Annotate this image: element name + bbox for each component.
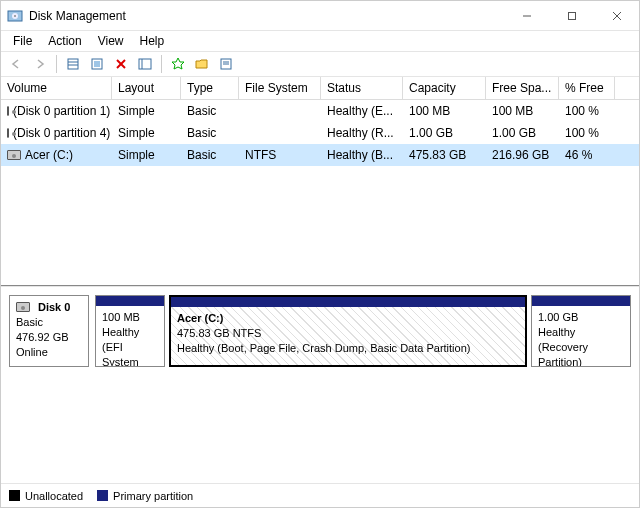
menubar: File Action View Help [1, 31, 639, 51]
titlebar: Disk Management [1, 1, 639, 31]
disk-state: Online [16, 345, 82, 360]
legend-primary: Primary partition [97, 490, 193, 502]
disk-type: Basic [16, 315, 82, 330]
grid-header: Volume Layout Type File System Status Ca… [1, 77, 639, 100]
cell [239, 124, 321, 142]
partition-body: 1.00 GBHealthy (Recovery Partition) [532, 306, 630, 367]
col-capacity[interactable]: Capacity [403, 77, 486, 99]
disk-icon [16, 302, 30, 312]
cell: (Disk 0 partition 1) [1, 102, 112, 120]
menu-view[interactable]: View [90, 32, 132, 50]
window-controls [504, 1, 639, 30]
cell: 46 % [559, 146, 615, 164]
svg-rect-7 [68, 59, 78, 69]
cell: 100 % [559, 124, 615, 142]
partition[interactable]: Acer (C:)475.83 GB NTFSHealthy (Boot, Pa… [169, 295, 527, 367]
table-row[interactable]: (Disk 0 partition 4)SimpleBasicHealthy (… [1, 122, 639, 144]
partition-body: 100 MBHealthy (EFI System [96, 306, 164, 367]
swatch-navy-icon [97, 490, 108, 501]
toolbar [1, 51, 639, 77]
partition-stripe [96, 296, 164, 306]
partition-map: 100 MBHealthy (EFI SystemAcer (C:)475.83… [95, 295, 631, 367]
cell: Simple [112, 146, 181, 164]
app-icon [7, 8, 23, 24]
separator [161, 55, 162, 73]
partition[interactable]: 1.00 GBHealthy (Recovery Partition) [531, 295, 631, 367]
menu-file[interactable]: File [5, 32, 40, 50]
minimize-button[interactable] [504, 1, 549, 30]
cell: Healthy (R... [321, 124, 403, 142]
menu-help[interactable]: Help [132, 32, 173, 50]
table-row[interactable]: Acer (C:)SimpleBasicNTFSHealthy (B...475… [1, 144, 639, 166]
cell: Simple [112, 124, 181, 142]
cell: 475.83 GB [403, 146, 486, 164]
back-button[interactable] [5, 53, 27, 75]
cell [239, 102, 321, 120]
graphical-view: Disk 0 Basic 476.92 GB Online 100 MBHeal… [1, 286, 639, 483]
window-title: Disk Management [29, 9, 504, 23]
col-status[interactable]: Status [321, 77, 403, 99]
format-button[interactable] [62, 53, 84, 75]
cell: Healthy (E... [321, 102, 403, 120]
partition-stripe [171, 297, 525, 307]
cell: NTFS [239, 146, 321, 164]
details-button[interactable] [134, 53, 156, 75]
col-free[interactable]: Free Spa... [486, 77, 559, 99]
legend-unallocated: Unallocated [9, 490, 83, 502]
action-button[interactable] [167, 53, 189, 75]
cell: Basic [181, 102, 239, 120]
cell: 100 MB [486, 102, 559, 120]
cell: 1.00 GB [403, 124, 486, 142]
svg-rect-11 [94, 61, 100, 67]
cell: Healthy (B... [321, 146, 403, 164]
col-filesystem[interactable]: File System [239, 77, 321, 99]
col-layout[interactable]: Layout [112, 77, 181, 99]
refresh-button[interactable] [86, 53, 108, 75]
forward-button[interactable] [29, 53, 51, 75]
svg-rect-4 [568, 12, 575, 19]
cell: 100 MB [403, 102, 486, 120]
table-row[interactable]: (Disk 0 partition 1)SimpleBasicHealthy (… [1, 100, 639, 122]
delete-button[interactable] [110, 53, 132, 75]
cell: Acer (C:) [1, 146, 112, 164]
partition[interactable]: 100 MBHealthy (EFI System [95, 295, 165, 367]
partition-body: Acer (C:)475.83 GB NTFSHealthy (Boot, Pa… [171, 307, 525, 365]
maximize-button[interactable] [549, 1, 594, 30]
col-pctfree[interactable]: % Free [559, 77, 615, 99]
svg-rect-14 [139, 59, 151, 69]
cell: Basic [181, 124, 239, 142]
cell: 100 % [559, 102, 615, 120]
cell: Simple [112, 102, 181, 120]
disk-name: Disk 0 [16, 300, 82, 315]
svg-point-2 [14, 15, 16, 17]
volume-list: Volume Layout Type File System Status Ca… [1, 77, 639, 286]
disk-size: 476.92 GB [16, 330, 82, 345]
col-type[interactable]: Type [181, 77, 239, 99]
cell: 1.00 GB [486, 124, 559, 142]
close-button[interactable] [594, 1, 639, 30]
disk-header[interactable]: Disk 0 Basic 476.92 GB Online [9, 295, 89, 367]
cell: (Disk 0 partition 4) [1, 124, 112, 142]
partition-stripe [532, 296, 630, 306]
properties-button[interactable] [215, 53, 237, 75]
col-volume[interactable]: Volume [1, 77, 112, 99]
legend: Unallocated Primary partition [1, 483, 639, 507]
grid-body[interactable]: (Disk 0 partition 1)SimpleBasicHealthy (… [1, 100, 639, 285]
cell: 216.96 GB [486, 146, 559, 164]
disk-management-window: Disk Management File Action View Help Vo… [0, 0, 640, 508]
menu-action[interactable]: Action [40, 32, 89, 50]
swatch-black-icon [9, 490, 20, 501]
explore-button[interactable] [191, 53, 213, 75]
separator [56, 55, 57, 73]
cell: Basic [181, 146, 239, 164]
